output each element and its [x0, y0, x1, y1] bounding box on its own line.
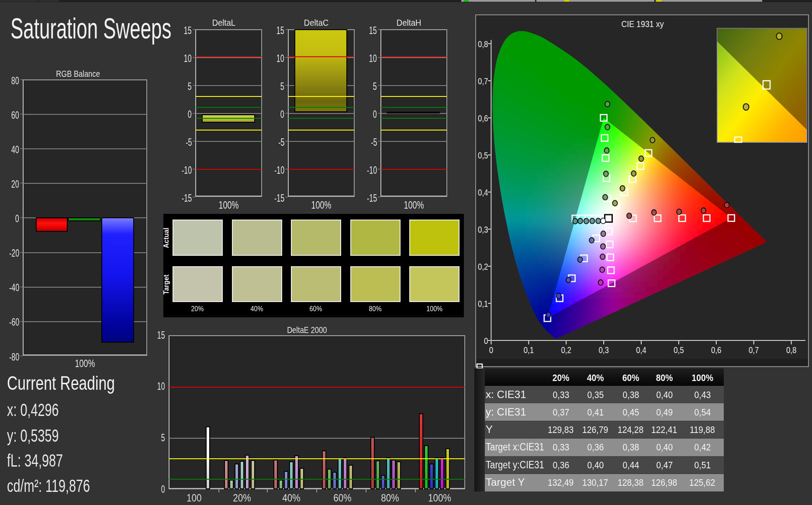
svg-text:0,5: 0,5	[674, 345, 684, 355]
svg-text:0,8: 0,8	[786, 345, 796, 355]
svg-text:0,8: 0,8	[478, 39, 488, 49]
svg-text:CIE 1931 xy: CIE 1931 xy	[621, 19, 663, 29]
svg-text:0,2: 0,2	[561, 345, 571, 355]
svg-text:0: 0	[484, 336, 488, 346]
svg-text:0,4: 0,4	[478, 187, 488, 197]
svg-text:0,1: 0,1	[478, 299, 488, 309]
svg-text:0,4: 0,4	[636, 345, 646, 355]
svg-text:0,6: 0,6	[478, 113, 488, 123]
svg-text:0,6: 0,6	[711, 345, 721, 355]
svg-text:0,5: 0,5	[478, 150, 488, 160]
svg-text:0,1: 0,1	[524, 345, 534, 355]
svg-text:0,7: 0,7	[478, 76, 488, 86]
svg-text:0,2: 0,2	[478, 261, 488, 271]
svg-text:0: 0	[489, 345, 493, 355]
svg-text:0,7: 0,7	[749, 345, 759, 355]
svg-text:0,3: 0,3	[598, 345, 608, 355]
svg-text:0,3: 0,3	[478, 224, 488, 234]
